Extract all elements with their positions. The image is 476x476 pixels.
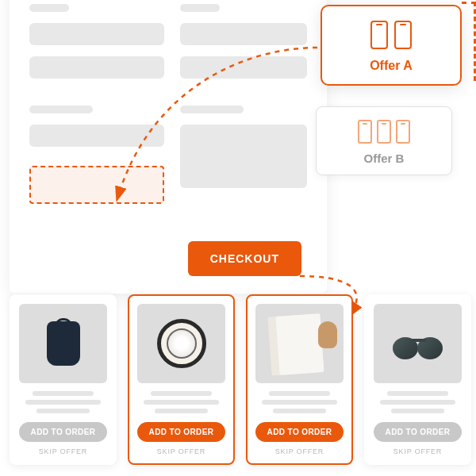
product-image <box>137 304 225 383</box>
offer-a-icons <box>335 21 447 49</box>
add-to-order-button[interactable]: ADD TO ORDER <box>19 422 107 442</box>
product-image <box>255 304 344 383</box>
phone-icon <box>358 120 372 144</box>
placeholder-line <box>151 391 213 396</box>
product-image <box>19 304 107 383</box>
product-image <box>374 304 462 383</box>
phone-icon <box>394 21 412 49</box>
placeholder-line <box>387 391 449 396</box>
add-to-order-button[interactable]: ADD TO ORDER <box>374 422 462 442</box>
offer-a-card[interactable]: Offer A <box>321 5 462 86</box>
phone-icon <box>377 120 391 144</box>
checkout-wireframe-panel: CHECKOUT <box>10 0 327 294</box>
wireframe-right-column <box>180 4 307 204</box>
placeholder-line <box>391 409 444 413</box>
offer-b-icons <box>328 120 440 144</box>
product-card-sunglasses[interactable]: ADD TO ORDER SKIP OFFER <box>364 294 471 465</box>
offer-a-label: Offer A <box>335 59 447 73</box>
add-to-order-button[interactable]: ADD TO ORDER <box>255 422 344 442</box>
product-card-watch[interactable]: ADD TO ORDER SKIP OFFER <box>128 294 235 465</box>
product-card-shirt[interactable]: ADD TO ORDER SKIP OFFER <box>246 294 353 465</box>
offer-b-label: Offer B <box>328 152 440 165</box>
page-edge-decoration <box>462 2 476 81</box>
placeholder-line <box>25 400 100 405</box>
skip-offer-link[interactable]: SKIP OFFER <box>19 447 107 455</box>
placeholder-line <box>33 391 94 396</box>
product-card-backpack[interactable]: ADD TO ORDER SKIP OFFER <box>10 294 117 465</box>
skip-offer-link[interactable]: SKIP OFFER <box>137 447 225 455</box>
checkout-button[interactable]: CHECKOUT <box>188 241 301 276</box>
phone-icon <box>396 120 410 144</box>
placeholder-line <box>155 409 208 413</box>
placeholder-line <box>273 409 326 413</box>
product-cards-row: ADD TO ORDER SKIP OFFER ADD TO ORDER SKI… <box>10 294 476 465</box>
placeholder-line <box>262 400 336 405</box>
skip-offer-link[interactable]: SKIP OFFER <box>255 447 344 455</box>
phone-icon <box>370 21 388 49</box>
add-to-order-button[interactable]: ADD TO ORDER <box>137 422 225 442</box>
skip-offer-link[interactable]: SKIP OFFER <box>374 447 462 455</box>
wireframe-left-column <box>29 4 164 204</box>
placeholder-line <box>380 400 455 405</box>
placeholder-line <box>36 409 90 413</box>
placeholder-line <box>269 391 331 396</box>
offer-b-card[interactable]: Offer B <box>316 106 452 175</box>
offer-drop-zone[interactable] <box>29 166 164 204</box>
placeholder-line <box>144 400 218 405</box>
